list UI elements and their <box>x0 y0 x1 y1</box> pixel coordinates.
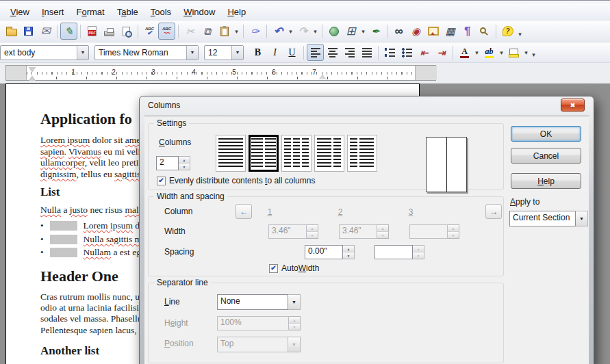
combo-arrow-icon[interactable]: ▼ <box>288 294 301 310</box>
highlighting-button[interactable]: ab <box>481 44 498 61</box>
redo-dropdown[interactable]: ▾ <box>312 23 319 39</box>
paragraph-style-value: ext body <box>1 48 77 57</box>
menu-window[interactable]: Window <box>177 5 221 19</box>
print-button[interactable] <box>101 23 118 40</box>
toolbar-overflow[interactable]: ▾ <box>516 26 524 42</box>
draw-functions-button[interactable]: ✒ <box>367 23 384 40</box>
preset-one-column[interactable] <box>216 135 246 172</box>
underline-button[interactable]: U <box>283 44 301 61</box>
italic-button[interactable]: I <box>266 44 283 61</box>
margin-marker-bottom[interactable] <box>29 73 36 81</box>
menu-table[interactable]: Table <box>111 5 144 19</box>
undo-button[interactable]: ↶ <box>270 23 287 40</box>
table-dropdown[interactable]: ▾ <box>359 23 367 39</box>
preset-left-wide[interactable] <box>314 135 344 172</box>
width-value-3 <box>409 224 448 239</box>
spinner-buttons[interactable]: ▲▼ <box>179 156 190 170</box>
save-button[interactable] <box>20 23 37 40</box>
undo-dropdown[interactable]: ▾ <box>287 23 294 39</box>
menu-help[interactable]: Help <box>221 5 252 19</box>
column-next-button[interactable]: → <box>485 204 502 219</box>
copy-button[interactable]: ⧉ <box>199 23 216 40</box>
hyperlink-button[interactable] <box>325 23 342 40</box>
export-pdf-button[interactable]: PDF <box>84 23 101 40</box>
spin-down-icon[interactable]: ▼ <box>343 252 354 259</box>
menu-format[interactable]: Format <box>70 5 110 19</box>
spin-down-icon[interactable]: ▼ <box>179 164 190 170</box>
spacing-spinner-2: ▲▼ <box>374 245 424 259</box>
spinner-buttons[interactable]: ▲▼ <box>343 245 355 259</box>
numbered-list-button[interactable] <box>381 44 398 61</box>
increase-indent-button[interactable]: ⇥ <box>433 44 450 61</box>
zoom-button[interactable] <box>476 23 493 40</box>
data-sources-button[interactable]: ▦ <box>442 23 459 40</box>
highlighting-dropdown[interactable]: ▾ <box>498 44 505 60</box>
autowidth-checkbox[interactable]: ✔ <box>269 264 278 273</box>
edit-file-button[interactable]: ✎ <box>60 23 77 40</box>
apply-to-combo[interactable]: Current Section ▼ <box>509 211 588 226</box>
formatting-marks-button[interactable]: ¶ <box>459 23 476 40</box>
bold-button[interactable]: B <box>249 44 266 61</box>
pdf-icon: PDF <box>88 26 97 36</box>
align-left-button[interactable] <box>307 44 324 61</box>
align-center-button[interactable] <box>324 44 341 61</box>
preview-divider <box>446 138 447 192</box>
help-button[interactable]: ? <box>499 23 516 40</box>
evenly-distribute-row: ✔ Evenly distribute contents to all colu… <box>157 176 315 185</box>
columns-count-spinner[interactable]: 2 ▲▼ <box>156 156 190 170</box>
toolbar-overflow[interactable]: ▾ <box>530 47 537 62</box>
combo-arrow-icon[interactable]: ▼ <box>576 211 588 226</box>
font-name-combo[interactable]: Times New Roman ▼ <box>94 45 199 60</box>
gallery-button[interactable] <box>424 23 442 40</box>
combo-arrow-icon[interactable]: ▼ <box>77 46 88 60</box>
email-button[interactable]: ✉ <box>37 23 54 40</box>
spellcheck-button[interactable]: ABC✔ <box>141 23 158 40</box>
paste-dropdown[interactable]: ▾ <box>233 23 240 39</box>
font-color-dropdown[interactable]: ▾ <box>473 44 481 60</box>
font-color-bar <box>460 56 469 58</box>
background-color-button[interactable] <box>505 44 522 61</box>
column-prev-button[interactable]: ← <box>236 204 252 219</box>
columns-count-value[interactable]: 2 <box>156 156 179 170</box>
pilcrow-icon: ¶ <box>464 25 470 38</box>
preset-three-columns[interactable] <box>281 135 312 172</box>
menu-tools[interactable]: Tools <box>144 5 177 19</box>
help-dialog-button[interactable]: Help <box>511 173 581 189</box>
magnifier-icon <box>480 27 486 34</box>
email-icon: ✉ <box>40 24 50 38</box>
spacing-value-1[interactable]: 0.00" <box>305 245 343 259</box>
paragraph-style-combo[interactable]: ext body ▼ <box>0 45 89 60</box>
preset-right-wide[interactable] <box>347 135 377 172</box>
preset-two-columns[interactable] <box>249 135 279 172</box>
paste-button[interactable] <box>216 23 233 40</box>
cancel-button[interactable]: Cancel <box>511 148 581 164</box>
font-size-combo[interactable]: 12 ▼ <box>204 45 244 60</box>
font-color-button[interactable]: A <box>456 44 473 61</box>
pdf-label: PDF <box>88 30 96 36</box>
spacing-spinner-1[interactable]: 0.00" ▲▼ <box>305 245 355 259</box>
indent-marker[interactable] <box>319 71 326 79</box>
combo-arrow-icon[interactable]: ▼ <box>231 46 243 60</box>
spin-up-icon[interactable]: ▲ <box>179 157 190 164</box>
ok-button[interactable]: OK <box>511 126 581 142</box>
autospellcheck-button[interactable]: ABC~~ <box>158 23 175 40</box>
insert-table-button[interactable]: ⊞ <box>342 23 359 40</box>
menu-insert[interactable]: Insert <box>36 5 71 19</box>
background-color-dropdown[interactable]: ▾ <box>522 44 530 60</box>
evenly-distribute-checkbox[interactable]: ✔ <box>157 177 166 185</box>
combo-arrow-icon[interactable]: ▼ <box>186 46 198 60</box>
menu-view[interactable]: View <box>4 5 36 19</box>
page-preview-button[interactable] <box>118 23 135 40</box>
spin-up-icon[interactable]: ▲ <box>343 246 354 252</box>
bullet-list-button[interactable] <box>398 44 416 61</box>
open-button[interactable] <box>3 23 20 40</box>
dialog-close-button[interactable]: ✖ <box>561 99 585 112</box>
align-right-button[interactable] <box>341 44 358 61</box>
format-paintbrush-button[interactable]: ✑ <box>246 23 264 40</box>
horizontal-ruler[interactable]: 1 2 3 4 5 6 7 <box>5 65 436 81</box>
find-replace-button[interactable]: ∞ <box>390 23 407 40</box>
navigator-button[interactable]: ◉ <box>407 23 424 40</box>
decrease-indent-button[interactable]: ⇤ <box>416 44 433 61</box>
justify-button[interactable] <box>358 44 375 61</box>
line-style-combo[interactable]: None ▼ <box>217 294 301 310</box>
